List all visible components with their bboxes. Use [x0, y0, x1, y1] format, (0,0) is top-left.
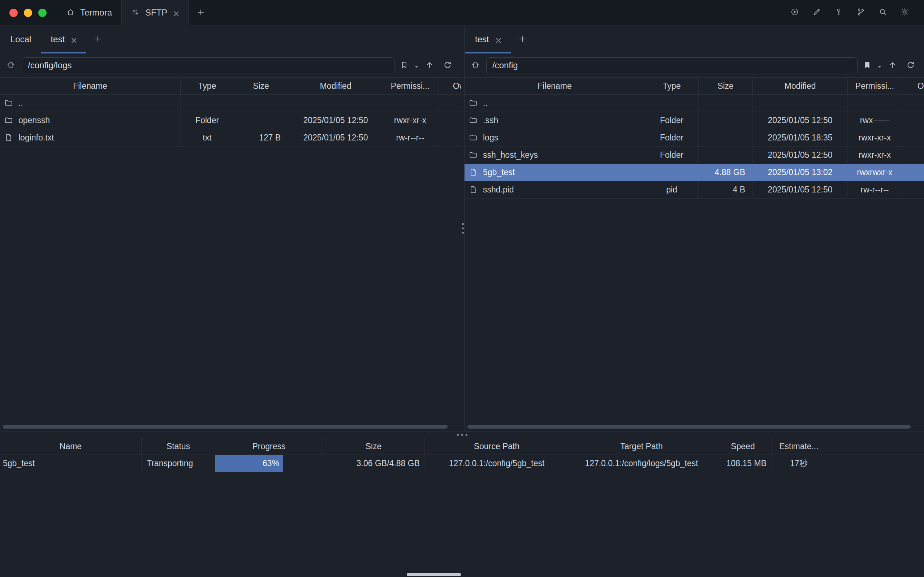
parent-directory-button[interactable] — [422, 57, 437, 74]
transfer-filler-cell — [826, 455, 924, 472]
modified-cell: 2025/01/05 12:50 — [753, 181, 848, 198]
branch-button[interactable] — [856, 8, 867, 18]
transfer-column-header-target-path[interactable]: Target Path — [569, 438, 714, 455]
window-tab-termora[interactable]: Termora — [57, 0, 121, 25]
column-header-size[interactable]: Size — [234, 77, 288, 94]
titlebar: TermoraSFTP — [0, 0, 924, 25]
file-row-logs[interactable]: logsFolder2025/01/05 18:35rwxr-xr-x — [464, 129, 924, 147]
tab-label: Local — [10, 34, 31, 44]
bookmark-button[interactable] — [861, 57, 874, 74]
close-icon[interactable] — [70, 36, 77, 43]
home-icon — [66, 8, 76, 17]
modified-cell — [753, 95, 848, 111]
file-row-5gb-test[interactable]: 5gb_test4.88 GB2025/01/05 13:02rwxrwxr-x — [464, 164, 924, 181]
pencil-button[interactable] — [813, 8, 823, 18]
gear-button[interactable] — [900, 8, 911, 18]
column-header-modified[interactable]: Modified — [288, 77, 383, 94]
filename-cell: sshd.pid — [464, 181, 645, 198]
transfer-source-path-cell: 127.0.0.1:/config/5gb_test — [424, 455, 569, 472]
arrow-up-icon — [888, 61, 898, 71]
bookmark-icon — [400, 61, 410, 71]
filename-cell: openssh — [0, 112, 181, 129]
splitter-handle-icon — [462, 223, 464, 234]
tab-label: SFTP — [145, 8, 167, 18]
transfer-column-header-size[interactable]: Size — [323, 438, 424, 455]
parent-directory-button[interactable] — [886, 57, 900, 74]
horizontal-splitter[interactable] — [0, 431, 924, 438]
modified-cell: 2025/01/05 12:50 — [288, 129, 383, 146]
column-header-modified[interactable]: Modified — [753, 77, 848, 94]
transfer-icon — [131, 8, 140, 17]
home-button[interactable] — [3, 57, 20, 74]
close-icon[interactable] — [494, 36, 501, 43]
bookmark-dropdown-button[interactable] — [874, 57, 882, 74]
search-button[interactable] — [879, 8, 889, 18]
right-horizontal-scrollbar[interactable] — [468, 425, 920, 429]
bookmark-button[interactable] — [398, 57, 411, 74]
record-button[interactable] — [790, 8, 801, 18]
path-text: /config/logs — [28, 60, 71, 71]
bookmark-dropdown-button[interactable] — [411, 57, 419, 74]
transfer-column-header-speed[interactable]: Speed — [714, 438, 772, 455]
file-row-item[interactable]: .. — [0, 95, 461, 112]
left-horizontal-scrollbar[interactable] — [3, 425, 456, 429]
right-pane-tab-bar: test — [464, 25, 924, 53]
column-header-ow[interactable]: Ow — [902, 77, 924, 94]
column-header-type[interactable]: Type — [181, 77, 234, 94]
window-tab-sftp[interactable]: SFTP — [121, 0, 189, 25]
filename-cell: ssh_host_keys — [464, 147, 645, 164]
refresh-button[interactable] — [441, 57, 455, 74]
scrollbar-thumb[interactable] — [468, 425, 911, 429]
right-table-header: FilenameTypeSizeModifiedPermissi...Ow — [464, 77, 924, 95]
file-row-openssh[interactable]: opensshFolder2025/01/05 12:50rwxr-xr-x — [0, 112, 461, 129]
file-row-ssh[interactable]: .sshFolder2025/01/05 12:50rwx------ — [464, 112, 924, 129]
key-button[interactable] — [834, 8, 845, 18]
transfer-column-header-progress[interactable]: Progress — [215, 438, 323, 455]
filename-text: 5gb_test — [483, 168, 515, 177]
column-header-ow[interactable]: Ow — [437, 77, 461, 94]
transfer-column-header-status[interactable]: Status — [142, 438, 215, 455]
transfer-column-header-source-path[interactable]: Source Path — [424, 438, 569, 455]
right-path-actions — [861, 57, 918, 74]
zoom-window-button[interactable] — [38, 9, 47, 17]
file-row-loginfo-txt[interactable]: loginfo.txttxt127 B2025/01/05 12:50rw-r-… — [0, 129, 461, 147]
close-icon[interactable] — [172, 10, 179, 16]
bottom-scrollbar-thumb[interactable] — [407, 573, 461, 576]
transfer-column-header-estimate[interactable]: Estimate... — [772, 438, 826, 455]
transfer-row-5gb-test[interactable]: 5gb_testTransporting63%3.06 GB/4.88 GB12… — [0, 455, 924, 472]
new-tab-button[interactable] — [511, 35, 535, 44]
pane-tab-local[interactable]: Local — [1, 25, 41, 53]
transfer-column-header-name[interactable]: Name — [0, 438, 142, 455]
column-header-filename[interactable]: Filename — [0, 77, 181, 94]
new-window-tab-button[interactable] — [189, 0, 214, 25]
file-row-sshd-pid[interactable]: sshd.pidpid4 B2025/01/05 12:50rw-r--r-- — [464, 181, 924, 198]
left-table-header: FilenameTypeSizeModifiedPermissi...Ow — [0, 77, 461, 95]
folder-icon — [4, 116, 14, 125]
path-input[interactable]: /config — [486, 57, 858, 73]
column-header-permissi[interactable]: Permissi... — [383, 77, 437, 94]
close-window-button[interactable] — [10, 9, 18, 17]
file-row-item[interactable]: .. — [464, 95, 924, 112]
file-icon — [4, 133, 14, 143]
column-header-type[interactable]: Type — [645, 77, 698, 94]
column-header-size[interactable]: Size — [698, 77, 753, 94]
refresh-button[interactable] — [904, 57, 918, 74]
vertical-splitter[interactable] — [461, 25, 464, 431]
new-tab-button[interactable] — [86, 35, 110, 44]
pane-tab-test[interactable]: test — [41, 25, 86, 53]
pane-tab-test[interactable]: test — [465, 25, 511, 53]
filename-text: .. — [18, 98, 23, 108]
column-header-permissi[interactable]: Permissi... — [848, 77, 902, 94]
scrollbar-thumb[interactable] — [3, 425, 448, 429]
file-row-ssh-host-keys[interactable]: ssh_host_keysFolder2025/01/05 12:50rwxr-… — [464, 147, 924, 164]
transfers-table-body: 5gb_testTransporting63%3.06 GB/4.88 GB12… — [0, 455, 924, 472]
home-button[interactable] — [468, 57, 485, 74]
column-header-filename[interactable]: Filename — [464, 77, 645, 94]
folder-icon — [469, 116, 478, 125]
path-input[interactable]: /config/logs — [22, 57, 395, 73]
filename-cell: .ssh — [464, 112, 645, 129]
type-cell: txt — [181, 129, 234, 146]
minimize-window-button[interactable] — [24, 9, 32, 17]
size-cell — [234, 95, 288, 111]
right-path-toolbar: /config — [464, 53, 924, 77]
